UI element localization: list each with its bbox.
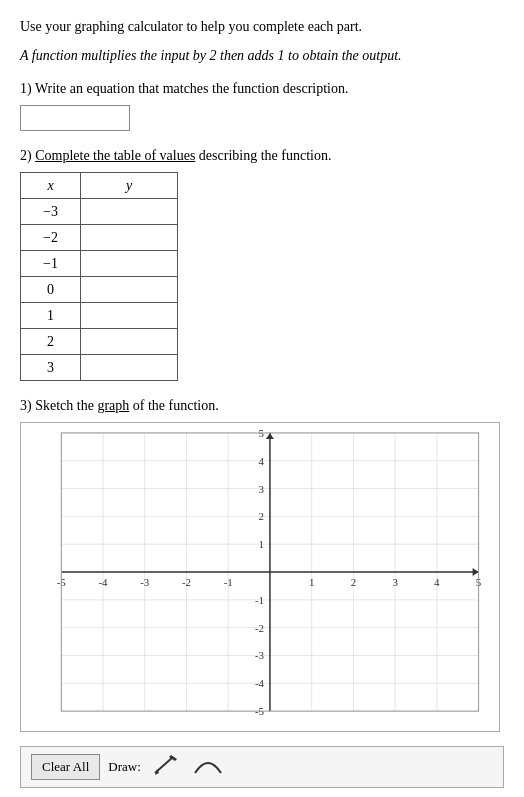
intro-line1: Use your graphing calculator to help you… xyxy=(20,16,504,37)
graph-svg[interactable]: -5-4-3-2-112345-5-4-3-2-112345 xyxy=(20,422,500,732)
y-input[interactable] xyxy=(89,334,169,350)
section2-label-pre: 2) xyxy=(20,148,35,163)
y-input-cell[interactable] xyxy=(81,251,178,277)
draw-icon-pencil[interactable] xyxy=(153,753,181,781)
svg-text:-4: -4 xyxy=(255,677,265,689)
section3: 3) Sketch the graph of the function. -5-… xyxy=(20,395,504,732)
x-value: 2 xyxy=(21,329,81,355)
y-input-cell[interactable] xyxy=(81,199,178,225)
svg-text:-2: -2 xyxy=(255,622,264,634)
table-row: −2 xyxy=(21,225,178,251)
x-value: 0 xyxy=(21,277,81,303)
svg-text:1: 1 xyxy=(259,538,264,550)
table-row: 2 xyxy=(21,329,178,355)
y-input[interactable] xyxy=(89,204,169,220)
section3-label-underline: graph xyxy=(97,398,129,413)
section3-label-post: of the function. xyxy=(129,398,218,413)
section3-label: 3) Sketch the graph of the function. xyxy=(20,395,504,416)
graph-container: -5-4-3-2-112345-5-4-3-2-112345 xyxy=(20,422,504,732)
y-input[interactable] xyxy=(89,360,169,376)
svg-text:-3: -3 xyxy=(140,576,150,588)
section1-label: 1) Write an equation that matches the fu… xyxy=(20,78,504,99)
svg-text:3: 3 xyxy=(392,576,398,588)
table-row: 1 xyxy=(21,303,178,329)
x-value: −2 xyxy=(21,225,81,251)
table-row: 0 xyxy=(21,277,178,303)
y-input-cell[interactable] xyxy=(81,303,178,329)
y-input-cell[interactable] xyxy=(81,329,178,355)
svg-text:-4: -4 xyxy=(98,576,108,588)
y-input-cell[interactable] xyxy=(81,277,178,303)
svg-text:-2: -2 xyxy=(182,576,191,588)
svg-marker-45 xyxy=(266,433,274,439)
svg-text:3: 3 xyxy=(259,483,265,495)
y-input-cell[interactable] xyxy=(81,355,178,381)
x-value: −1 xyxy=(21,251,81,277)
y-input[interactable] xyxy=(89,282,169,298)
equation-input[interactable] xyxy=(20,105,130,131)
svg-marker-44 xyxy=(473,568,479,576)
toolbar: Clear All Draw: xyxy=(20,746,504,788)
svg-text:4: 4 xyxy=(434,576,440,588)
svg-text:1: 1 xyxy=(309,576,314,588)
y-input[interactable] xyxy=(89,308,169,324)
svg-text:-3: -3 xyxy=(255,649,265,661)
y-input[interactable] xyxy=(89,230,169,246)
svg-text:-1: -1 xyxy=(255,594,264,606)
section2-label: 2) Complete the table of values describi… xyxy=(20,145,504,166)
intro-line2: A function multiplies the input by 2 the… xyxy=(20,45,504,66)
svg-text:2: 2 xyxy=(351,576,356,588)
y-input-cell[interactable] xyxy=(81,225,178,251)
section2-label-post: describing the function. xyxy=(195,148,331,163)
draw-label: Draw: xyxy=(108,759,141,775)
x-value: −3 xyxy=(21,199,81,225)
svg-text:2: 2 xyxy=(259,510,264,522)
x-value: 1 xyxy=(21,303,81,329)
svg-text:4: 4 xyxy=(259,455,265,467)
col-header-y: y xyxy=(81,173,178,199)
section2: 2) Complete the table of values describi… xyxy=(20,145,504,381)
table-row: 3 xyxy=(21,355,178,381)
clear-all-button[interactable]: Clear All xyxy=(31,754,100,780)
col-header-x: x xyxy=(21,173,81,199)
section2-label-underline: Complete the table of values xyxy=(35,148,195,163)
x-value: 3 xyxy=(21,355,81,381)
table-row: −1 xyxy=(21,251,178,277)
value-table: x y −3−2−10123 xyxy=(20,172,178,381)
draw-icon-curve[interactable] xyxy=(193,753,223,781)
svg-text:-1: -1 xyxy=(224,576,233,588)
table-row: −3 xyxy=(21,199,178,225)
y-input[interactable] xyxy=(89,256,169,272)
section1: 1) Write an equation that matches the fu… xyxy=(20,78,504,131)
section3-label-pre: 3) Sketch the xyxy=(20,398,97,413)
